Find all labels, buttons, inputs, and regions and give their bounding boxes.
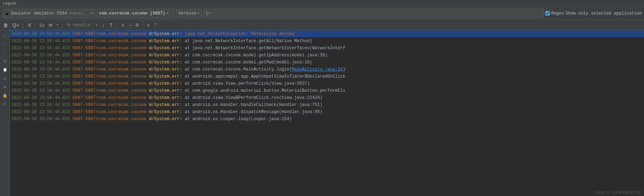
clear-button[interactable]: 🗑: [1, 21, 10, 29]
log-row: 2022-06-30 23:56:44.815 5987-5987/com.cx…: [10, 59, 644, 66]
log-row: 2022-06-30 23:56:44.815 5987-5987/com.cx…: [10, 73, 644, 80]
restart-button[interactable]: ↺: [25, 21, 33, 29]
edit-filter-button[interactable]: ⊟: [134, 21, 141, 29]
sidebar-btn-7[interactable]: 🔒: [1, 91, 9, 99]
log-pid: 5987-5987/com.cxcrecak.cxcone: [73, 81, 147, 86]
log-pid: 5987-5987/com.cxcrecak.cxcone: [73, 67, 147, 72]
case-sensitive-button[interactable]: Cc: [38, 21, 46, 29]
scroll-to-end-button[interactable]: ⤒: [107, 21, 115, 29]
sidebar-btn-5[interactable]: ↺: [1, 74, 9, 82]
sidebar-btn-1[interactable]: ↓⃣: [1, 32, 9, 40]
device-chevron-icon: ▼: [91, 12, 93, 15]
log-message: at android.view.View.performClick(View.j…: [185, 81, 310, 86]
configure-columns-button[interactable]: ≡: [145, 21, 151, 29]
sidebar-btn-8[interactable]: ⊡: [1, 100, 9, 108]
log-tag: System.err:: [154, 88, 182, 93]
log-message: at androidx.appcompat.app.AppCompatViewI…: [185, 74, 346, 79]
log-row: 2022-06-30 23:56:44.815 5987-5987/com.cx…: [10, 94, 644, 101]
sidebar-btn-4[interactable]: 📋: [1, 66, 9, 74]
log-pid: 5987-5987/com.cxcrecak.cxcone: [73, 110, 147, 114]
log-message: at android.view.View$PerformClick.run(Vi…: [185, 95, 323, 100]
log-timestamp: 2022-06-30 23:56:44.815: [11, 60, 70, 65]
log-timestamp: 2022-06-30 23:56:44.815: [11, 110, 70, 114]
results-count: 0 results: [64, 23, 93, 28]
sidebar-btn-6[interactable]: ⚙: [1, 83, 9, 91]
level-label: Verbose: [178, 11, 196, 16]
log-link[interactable]: MainActivity.java:24: [292, 67, 343, 72]
search-bar[interactable]: Q+: [203, 9, 544, 18]
log-row: 2022-06-30 23:56:44.815 5987-5987/com.cx…: [10, 38, 644, 45]
log-pid: 5987-5987/com.cxcrecak.cxcone: [73, 32, 147, 37]
log-message: at android.os.Handler.handleCallback(Han…: [185, 102, 323, 107]
remove-filter-button[interactable]: −: [127, 21, 133, 29]
separator-5: [143, 22, 143, 29]
package-chevron-icon: ▼: [167, 12, 169, 15]
show-only-label: Show only selected application: [565, 11, 642, 16]
log-timestamp: 2022-06-30 23:56:44.815: [11, 88, 70, 93]
log-level: W/: [149, 102, 154, 107]
log-cell: 2022-06-30 23:56:44.815 5987-5987/com.cx…: [10, 45, 644, 51]
log-level: W/: [149, 95, 154, 100]
next-result-button[interactable]: ↓: [101, 21, 107, 29]
log-rows-container: 2022-06-30 23:56:44.815 5987-5987/com.cx…: [10, 30, 644, 123]
device-dropdown[interactable]: 📱 Emulator emulator-5554 Androi... ▼: [2, 9, 95, 18]
separator-2: [35, 22, 36, 29]
log-pid: 5987-5987/com.cxcrecak.cxcone: [73, 95, 147, 100]
log-tag: System.err:: [154, 95, 182, 100]
log-cell: 2022-06-30 23:56:44.815 5987-5987/com.cx…: [10, 59, 644, 66]
log-level: W/: [149, 74, 154, 79]
separator-3: [62, 22, 62, 29]
filter-button[interactable]: ⊤: [152, 21, 159, 29]
log-tag: System.err:: [154, 67, 182, 72]
log-row: 2022-06-30 23:56:44.815 5987-5987/com.cx…: [10, 52, 644, 59]
log-cell: 2022-06-30 23:56:44.815 5987-5987/com.cx…: [10, 73, 644, 80]
search-input[interactable]: [213, 11, 541, 16]
log-cell: 2022-06-30 23:56:44.815 5987-5987/com.cx…: [10, 52, 644, 58]
sidebar-btn-down[interactable]: ↓: [1, 49, 9, 57]
log-message: at com.cxcrecak.cxcone.MainActivity.logi…: [185, 67, 292, 72]
regex-button[interactable]: *: [55, 21, 60, 29]
log-timestamp: 2022-06-30 23:56:44.815: [11, 95, 70, 100]
log-pid: 5987-5987/com.cxcrecak.cxcone: [73, 74, 147, 79]
log-tag: System.err:: [154, 110, 182, 114]
left-sidebar: ↓⃣ ↑ ↓ ☰ 📋 ↺ ⚙ 🔒 ⊡: [0, 30, 10, 196]
regex-checkbox[interactable]: [545, 11, 550, 16]
log-message: at com.cxcrecak.cxcone.model.getPwd(mode…: [185, 60, 312, 65]
sidebar-btn-3[interactable]: ☰: [1, 57, 9, 65]
title-bar: Logcat: [0, 0, 644, 7]
log-row: 2022-06-30 23:56:44.815 5987-5987/com.cx…: [10, 87, 644, 94]
log-message-after: ): [343, 67, 345, 72]
log-tag: System.err:: [154, 46, 182, 51]
log-level: W/: [149, 32, 154, 37]
search-button[interactable]: Q+: [11, 21, 21, 29]
main-area: ↓⃣ ↑ ↓ ☰ 📋 ↺ ⚙ 🔒 ⊡ 2022-06-30 23:56:44.8…: [0, 30, 644, 196]
regex-checkbox-label[interactable]: Regex: [545, 11, 564, 16]
sidebar-btn-up[interactable]: ↑: [1, 40, 9, 48]
log-timestamp: 2022-06-30 23:56:44.815: [11, 117, 70, 122]
log-message: at android.os.Looper.loop(Looper.java:15…: [185, 117, 292, 122]
prev-result-button[interactable]: ↑: [94, 21, 100, 29]
log-cell: 2022-06-30 23:56:44.815 5987-5987/com.cx…: [10, 101, 644, 108]
log-tag: System.err:: [154, 74, 182, 79]
log-tag: System.err:: [154, 117, 182, 122]
log-pid: 5987-5987/com.cxcrecak.cxcone: [73, 46, 147, 51]
regex-label: Regex: [551, 11, 564, 16]
log-timestamp: 2022-06-30 23:56:44.815: [11, 53, 70, 58]
log-cell: 2022-06-30 23:56:44.815 5987-5987/com.cx…: [10, 108, 644, 115]
add-filter-button[interactable]: +: [120, 21, 126, 29]
log-level: W/: [149, 67, 154, 72]
word-button[interactable]: W: [47, 21, 54, 29]
level-dropdown[interactable]: Verbose ▼: [176, 9, 202, 18]
log-cell: 2022-06-30 23:56:44.815 5987-5987/com.cx…: [10, 94, 644, 101]
log-tag: System.err:: [154, 102, 182, 107]
package-dropdown[interactable]: com.cxcrecak.cxcone (5987) ▼: [97, 9, 175, 18]
log-row: 2022-06-30 23:56:44.815 5987-5987/com.cx…: [10, 80, 644, 87]
device-label: Emulator emulator-5554: [11, 11, 67, 16]
log-content: 2022-06-30 23:56:44.815 5987-5987/com.cx…: [10, 30, 644, 196]
top-toolbar: 📱 Emulator emulator-5554 Androi... ▼ com…: [0, 7, 644, 20]
log-level: W/: [149, 81, 154, 86]
log-timestamp: 2022-06-30 23:56:44.815: [11, 74, 70, 79]
log-cell: 2022-06-30 23:56:44.815 5987-5987/com.cx…: [10, 30, 644, 37]
log-row: 2022-06-30 23:56:44.815 5987-5987/com.cx…: [10, 116, 644, 123]
log-level: W/: [149, 53, 154, 58]
